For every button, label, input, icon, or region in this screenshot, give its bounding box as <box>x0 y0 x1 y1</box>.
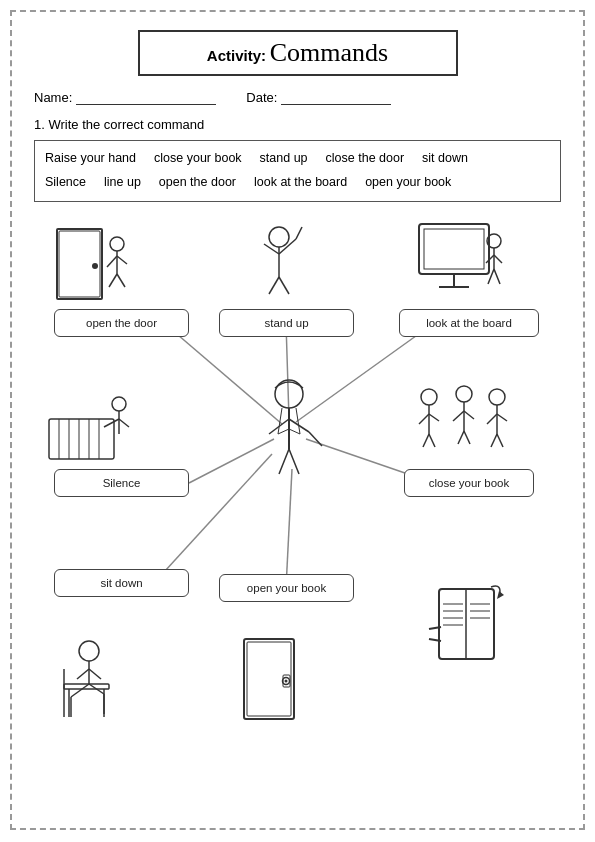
svg-line-65 <box>497 414 507 421</box>
word-stand-up: stand up <box>260 147 308 171</box>
svg-line-48 <box>279 449 289 474</box>
svg-rect-24 <box>424 229 484 269</box>
svg-point-16 <box>269 227 289 247</box>
word-silence: Silence <box>45 171 86 195</box>
svg-line-32 <box>494 269 500 284</box>
svg-line-64 <box>487 414 497 424</box>
word-open-the-door: open the door <box>159 171 236 195</box>
svg-line-61 <box>464 431 470 444</box>
svg-marker-94 <box>497 591 504 599</box>
word-bank: Raise your hand close your book stand up… <box>34 140 561 202</box>
word-open-your-book: open your book <box>365 171 451 195</box>
svg-line-49 <box>289 449 299 474</box>
svg-line-67 <box>497 434 503 447</box>
word-line-up: line up <box>104 171 141 195</box>
svg-line-66 <box>491 434 497 447</box>
activity-area: open the door stand up look at the board… <box>34 214 561 774</box>
name-field: Name: <box>34 90 216 105</box>
svg-line-42 <box>119 419 129 427</box>
answer-box-bot-left[interactable]: sit down <box>54 569 189 597</box>
standing-figure <box>234 219 324 309</box>
word-bank-row2: Silence line up open the door look at th… <box>45 171 550 195</box>
piano-illustration <box>44 389 134 479</box>
answer-box-top-mid[interactable]: stand up <box>219 309 354 337</box>
title-box: Activity: Commands <box>138 30 458 76</box>
svg-line-21 <box>279 277 289 294</box>
tv-illustration <box>414 219 504 309</box>
svg-point-9 <box>92 263 98 269</box>
svg-line-20 <box>269 277 279 294</box>
svg-point-72 <box>79 641 99 661</box>
svg-line-30 <box>494 255 502 263</box>
answer-box-top-right[interactable]: look at the board <box>399 309 539 337</box>
sit-down-illustration <box>49 629 139 729</box>
activity-label: Activity: <box>207 47 266 64</box>
word-raise-your-hand: Raise your hand <box>45 147 136 171</box>
book-illustration <box>419 569 509 669</box>
answer-text-bot-left: sit down <box>100 577 142 589</box>
svg-line-22 <box>296 227 302 239</box>
svg-point-10 <box>110 237 124 251</box>
instruction-text: 1. Write the correct command <box>34 117 561 132</box>
svg-line-52 <box>419 414 429 424</box>
svg-line-59 <box>464 411 474 419</box>
answer-box-mid-right[interactable]: close your book <box>404 469 534 497</box>
date-field: Date: <box>246 90 391 105</box>
answer-text-top-right: look at the board <box>426 317 512 329</box>
svg-line-76 <box>71 684 89 697</box>
name-underline[interactable] <box>76 91 216 105</box>
main-title: Commands <box>270 38 388 67</box>
answer-box-bot-mid[interactable]: open your book <box>219 574 354 602</box>
svg-line-6 <box>286 469 292 588</box>
answer-text-mid-right: close your book <box>429 477 510 489</box>
word-close-your-book: close your book <box>154 147 242 171</box>
svg-line-14 <box>109 274 117 287</box>
door-illustration <box>49 219 139 309</box>
name-label: Name: <box>34 90 72 105</box>
date-label: Date: <box>246 90 277 105</box>
teacher-figure <box>244 374 334 484</box>
svg-line-58 <box>453 411 464 421</box>
svg-line-15 <box>117 274 125 287</box>
word-bank-row1: Raise your hand close your book stand up… <box>45 147 550 171</box>
svg-rect-80 <box>244 639 294 719</box>
svg-point-56 <box>456 386 472 402</box>
svg-line-41 <box>104 419 119 427</box>
svg-line-74 <box>77 669 89 679</box>
word-close-the-door: close the door <box>326 147 405 171</box>
answer-text-bot-mid: open your book <box>247 582 326 594</box>
svg-line-54 <box>423 434 429 447</box>
answer-text-top-mid: stand up <box>264 317 308 329</box>
svg-point-62 <box>489 389 505 405</box>
svg-line-18 <box>264 244 279 254</box>
svg-line-75 <box>89 669 101 679</box>
svg-line-12 <box>107 256 117 267</box>
kids-group-illustration <box>409 379 529 469</box>
svg-point-83 <box>285 679 288 682</box>
answer-box-top-left[interactable]: open the door <box>54 309 189 337</box>
svg-line-53 <box>429 414 439 421</box>
svg-line-60 <box>458 431 464 444</box>
word-sit-down: sit down <box>422 147 468 171</box>
svg-point-39 <box>112 397 126 411</box>
svg-line-47 <box>309 432 322 446</box>
date-underline[interactable] <box>281 91 391 105</box>
svg-point-50 <box>421 389 437 405</box>
answer-box-mid-left[interactable]: Silence <box>54 469 189 497</box>
worksheet-page: Activity: Commands Name: Date: 1. Write … <box>10 10 585 830</box>
answer-text-top-left: open the door <box>86 317 157 329</box>
svg-line-55 <box>429 434 435 447</box>
svg-rect-81 <box>247 642 291 716</box>
answer-text-mid-left: Silence <box>103 477 141 489</box>
word-look-at-the-board: look at the board <box>254 171 347 195</box>
svg-rect-23 <box>419 224 489 274</box>
name-date-row: Name: Date: <box>34 90 561 105</box>
door-bottom-illustration <box>229 629 309 729</box>
svg-line-13 <box>117 256 127 264</box>
